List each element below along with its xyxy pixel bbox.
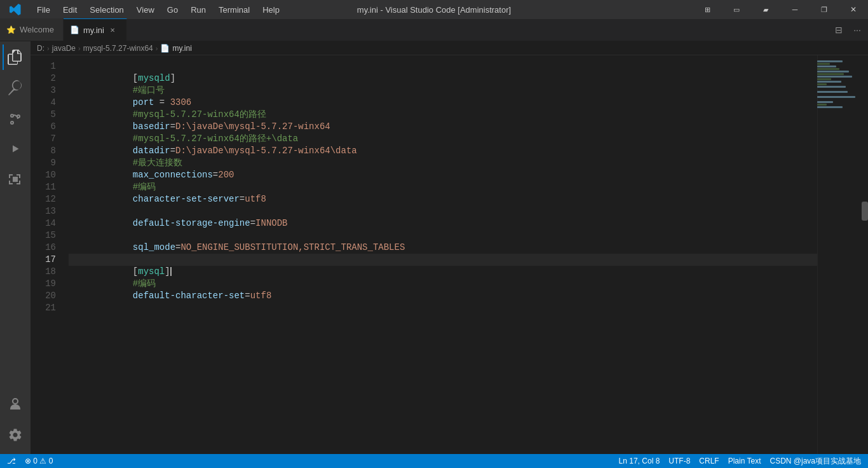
line-num-4: 4 <box>31 97 56 109</box>
line-num-8: 8 <box>31 145 56 157</box>
activity-search[interactable] <box>3 75 28 100</box>
status-left: ⎇ ⊗ 0 ⚠ 0 <box>3 454 57 468</box>
line-num-14: 14 <box>31 217 56 230</box>
line-numbers: 1 2 3 4 5 6 7 8 9 10 11 12 13 14 15 16 1 <box>31 55 62 454</box>
status-right: Ln 17, Col 8 UTF-8 CRLF Plain Text CSDN … <box>615 454 865 468</box>
line-num-3: 3 <box>31 85 56 97</box>
menu-view[interactable]: View <box>130 0 161 19</box>
split-btn[interactable]: ▭ <box>722 0 751 19</box>
status-encoding[interactable]: UTF-8 <box>665 454 694 468</box>
line-num-17: 17 <box>31 254 56 266</box>
layout-btn[interactable]: ⊞ <box>693 0 722 19</box>
line-num-15: 15 <box>31 230 56 242</box>
line-num-16: 16 <box>31 242 56 254</box>
app-area: ⭐ Welcome 📄 my.ini ✕ ⊟ ··· <box>0 19 868 468</box>
code-line-21 <box>69 302 817 314</box>
breadcrumb-filename: my.ini <box>172 44 191 53</box>
code-line-19: default-character-set=utf8 <box>69 278 817 290</box>
welcome-tab-icon: ⭐ <box>6 25 16 34</box>
menu-selection[interactable]: Selection <box>83 0 130 19</box>
scrollbar-thumb[interactable] <box>862 202 868 221</box>
line-num-1: 1 <box>31 60 56 72</box>
breadcrumb-javade: javaDe <box>52 44 76 53</box>
activity-extensions[interactable] <box>3 167 28 192</box>
menu-run[interactable]: Run <box>184 0 212 19</box>
activity-explorer[interactable] <box>3 45 28 70</box>
minimize-btn[interactable]: ─ <box>780 0 810 19</box>
more-actions-btn[interactable]: ··· <box>850 22 865 38</box>
line-num-5: 5 <box>31 109 56 121</box>
code-editor[interactable]: 1 2 3 4 5 6 7 8 9 10 11 12 13 14 15 16 1 <box>31 55 868 454</box>
line-num-7: 7 <box>31 133 56 145</box>
window-title: my.ini - Visual Studio Code [Administrat… <box>357 5 511 15</box>
line-num-18: 18 <box>31 266 56 278</box>
code-line-3: port = 3306 <box>69 85 817 97</box>
title-bar: File Edit Selection View Go Run Terminal… <box>0 0 868 19</box>
line-num-11: 11 <box>31 181 56 193</box>
menu-go[interactable]: Go <box>161 0 184 19</box>
tab-welcome[interactable]: ⭐ Welcome <box>0 18 64 41</box>
line-num-13: 13 <box>31 205 56 217</box>
menu-help[interactable]: Help <box>256 0 286 19</box>
breadcrumb-d: D: <box>37 44 44 53</box>
window-controls: ⊞ ▭ ▰ ─ ❐ ✕ <box>693 0 868 19</box>
code-line-11: character-set-server=utf8 <box>69 181 817 193</box>
status-eol[interactable]: CRLF <box>695 454 722 468</box>
tabs-actions: ⊟ ··· <box>828 18 868 41</box>
welcome-tab-label: Welcome <box>20 25 54 34</box>
activity-source-control[interactable] <box>3 106 28 131</box>
sidebar-btn[interactable]: ▰ <box>751 0 780 19</box>
code-line-15: sql_mode=NO_ENGINE_SUBSTITUTION,STRICT_T… <box>69 230 817 242</box>
minimap <box>817 55 868 454</box>
vscode-logo <box>0 0 31 19</box>
activity-bar-bottom <box>3 392 28 454</box>
split-editor-btn[interactable]: ⊟ <box>831 22 846 38</box>
breadcrumb: D: › javaDe › mysql-5.7.27-winx64 › 📄 my… <box>31 41 868 55</box>
close-btn[interactable]: ✕ <box>839 0 868 19</box>
tabs-bar: ⭐ Welcome 📄 my.ini ✕ ⊟ ··· <box>0 19 868 41</box>
activity-run[interactable] <box>3 136 28 162</box>
editor-area: D: › javaDe › mysql-5.7.27-winx64 › 📄 my… <box>31 41 868 454</box>
status-cursor-pos[interactable]: Ln 17, Col 8 <box>615 454 664 468</box>
line-num-20: 20 <box>31 290 56 302</box>
status-branch[interactable]: ⎇ <box>3 454 20 468</box>
breadcrumb-mysql: mysql-5.7.27-winx64 <box>83 44 153 53</box>
code-line-17: [mysql] <box>69 254 817 266</box>
activity-bar <box>0 41 31 454</box>
code-line-2: #端口号 <box>69 72 817 85</box>
restore-btn[interactable]: ❐ <box>810 0 839 19</box>
activity-account[interactable] <box>3 392 28 417</box>
myini-tab-label: my.ini <box>83 25 104 35</box>
code-content[interactable]: [mysqld] #端口号 port = 3306 #mysql-5.7.27-… <box>62 55 817 454</box>
menu-terminal[interactable]: Terminal <box>212 0 256 19</box>
code-line-1: [mysqld] <box>69 60 817 72</box>
menu-edit[interactable]: Edit <box>57 0 83 19</box>
myini-tab-close[interactable]: ✕ <box>108 26 117 34</box>
line-num-2: 2 <box>31 72 56 85</box>
menu-file[interactable]: File <box>31 0 57 19</box>
activity-settings[interactable] <box>3 422 28 448</box>
status-bar: ⎇ ⊗ 0 ⚠ 0 Ln 17, Col 8 UTF-8 CRLF Plain … <box>0 454 868 468</box>
scrollbar-track[interactable] <box>862 55 868 454</box>
status-csdn[interactable]: CSDN @java项目实战基地 <box>766 454 865 468</box>
status-errors[interactable]: ⊗ 0 ⚠ 0 <box>21 454 57 468</box>
line-num-21: 21 <box>31 302 56 314</box>
content-area: D: › javaDe › mysql-5.7.27-winx64 › 📄 my… <box>0 41 868 454</box>
code-line-13: default-storage-engine=INNODB <box>69 205 817 217</box>
cursor <box>170 267 172 276</box>
tab-myini[interactable]: 📄 my.ini ✕ <box>64 18 127 41</box>
breadcrumb-file-icon: 📄 <box>160 44 170 53</box>
line-num-12: 12 <box>31 193 56 205</box>
line-num-10: 10 <box>31 169 56 181</box>
line-num-6: 6 <box>31 121 56 133</box>
status-language[interactable]: Plain Text <box>724 454 765 468</box>
line-num-19: 19 <box>31 278 56 290</box>
myini-tab-icon: 📄 <box>70 25 79 34</box>
code-line-18: #编码 <box>69 266 817 278</box>
line-num-9: 9 <box>31 157 56 169</box>
